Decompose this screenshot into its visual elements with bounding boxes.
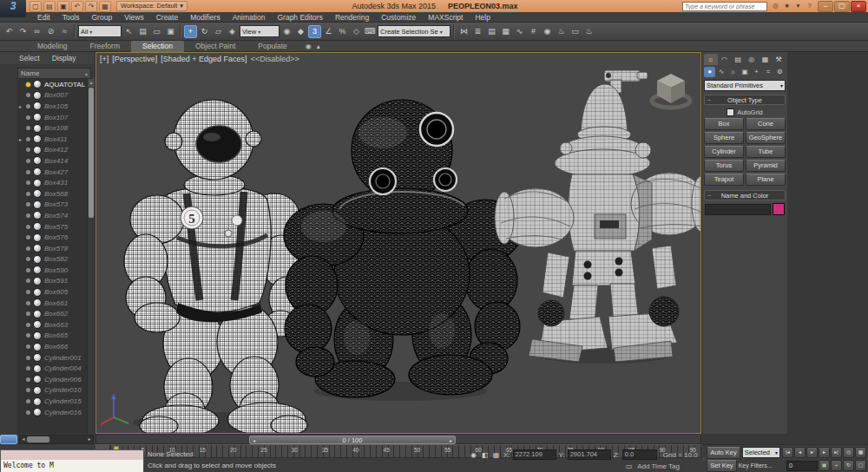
visibility-bulb-icon[interactable] [26, 192, 30, 196]
ribbon-config-icon[interactable]: ◉ [306, 43, 312, 50]
explorer-vertical-scrollbar[interactable]: ▴ [87, 79, 95, 434]
object-name-field[interactable] [705, 204, 771, 215]
selection-lock-toggle-icon[interactable]: ◧ [480, 450, 490, 460]
subtab-helpers-icon[interactable]: + [751, 67, 762, 77]
ribbon-tab[interactable]: Modeling [26, 41, 79, 52]
scroll-left-icon[interactable]: ◂ [20, 436, 27, 443]
object-color-swatch[interactable] [773, 203, 785, 215]
undo-icon[interactable]: ↶ [3, 25, 16, 38]
play-button[interactable]: ▸ [806, 447, 818, 458]
save-file-icon[interactable]: ▣ [57, 1, 69, 12]
list-item[interactable]: ▸ Box582 [17, 254, 87, 266]
visibility-bulb-icon[interactable] [26, 356, 30, 360]
list-item[interactable]: ▸ AQUATOTAL [17, 79, 87, 90]
menu-item[interactable]: Customize [375, 12, 422, 23]
menu-item[interactable]: Create [150, 12, 185, 23]
visibility-bulb-icon[interactable] [26, 115, 30, 120]
menu-item[interactable]: Rendering [329, 12, 375, 23]
visibility-bulb-icon[interactable] [26, 235, 30, 239]
tab-motion-icon[interactable]: ◎ [745, 54, 759, 65]
select-and-scale-icon[interactable]: ▱ [212, 25, 225, 38]
primitive-button[interactable]: Cone [746, 118, 786, 130]
menu-item[interactable]: Views [118, 12, 150, 23]
select-and-rotate-icon[interactable]: ↻ [198, 25, 211, 38]
list-item[interactable]: ▸ Cylinder006 [17, 374, 87, 385]
model-robot[interactable] [495, 70, 701, 364]
percent-snap-toggle-icon[interactable]: % [336, 25, 349, 38]
zoom-icon[interactable]: ◎ [843, 447, 854, 458]
previous-key-icon[interactable]: ◂ [253, 437, 255, 443]
list-item[interactable]: ▸ Cylinder010 [17, 385, 87, 397]
list-item[interactable]: ▸ Box007 [17, 90, 87, 102]
subtab-shapes-icon[interactable]: ∿ [715, 67, 727, 77]
new-scene-icon[interactable]: ▢ [30, 1, 42, 12]
keyboard-shortcut-override-icon[interactable]: ⌨ [364, 25, 377, 38]
model-diver[interactable] [284, 100, 522, 401]
list-item[interactable]: ▸ Box605 [17, 286, 87, 298]
autogrid-checkbox[interactable] [727, 108, 734, 116]
view-cube[interactable] [652, 74, 690, 108]
redo-icon[interactable]: ↷ [16, 25, 30, 38]
list-item[interactable]: ▸ Cylinder016 [17, 407, 87, 418]
ribbon-toggle-icon[interactable]: ▦ [499, 25, 512, 38]
explorer-horizontal-scrollbar[interactable]: ◂ ▸ [19, 435, 94, 444]
expand-arrow-icon[interactable]: ▸ [19, 103, 23, 109]
visibility-bulb-icon[interactable] [26, 137, 30, 141]
primitive-button[interactable]: Box [704, 118, 744, 130]
listener-macro-row[interactable] [1, 450, 143, 460]
select-and-place-icon[interactable]: ◈ [226, 25, 239, 38]
sign-in-icon[interactable]: ▾ [793, 2, 803, 10]
primitive-button[interactable]: Sphere [704, 132, 744, 144]
list-item[interactable]: ▸ Box431 [17, 177, 87, 188]
listener-output-row[interactable]: Welcome to M [1, 460, 143, 472]
list-item[interactable]: ▸ Box578 [17, 243, 87, 254]
list-item[interactable]: ▸ Box412 [17, 145, 87, 156]
render-setup-icon[interactable]: ♨ [555, 25, 568, 38]
subtab-systems-icon[interactable]: ⚙ [774, 67, 786, 77]
previous-frame-button[interactable]: ◂ [794, 447, 806, 458]
bind-to-space-warp-icon[interactable]: ≈ [58, 25, 71, 38]
key-selection-dropdown[interactable]: Selected ▾ [742, 447, 780, 458]
x-coordinate-field[interactable]: 2272.109 [513, 449, 556, 460]
visibility-bulb-icon[interactable] [26, 170, 30, 174]
auto-key-button[interactable]: Auto Key [707, 447, 740, 459]
visibility-bulb-icon[interactable] [26, 333, 30, 338]
list-item[interactable]: ▸ Box665 [17, 331, 87, 342]
pan-icon[interactable]: + [831, 460, 842, 471]
primitive-button[interactable]: GeoSphere [746, 132, 786, 144]
ribbon-tab[interactable]: Freeform [79, 41, 131, 52]
visibility-bulb-icon[interactable] [26, 225, 30, 229]
visibility-bulb-icon[interactable] [26, 213, 30, 218]
go-to-end-button[interactable]: ▸| [831, 447, 842, 458]
visibility-bulb-icon[interactable] [26, 399, 30, 403]
application-menu-button[interactable]: 3 [0, 0, 26, 17]
undo-icon[interactable]: ↶ [71, 1, 83, 12]
visibility-bulb-icon[interactable] [26, 246, 30, 251]
expand-arrow-icon[interactable]: ▸ [19, 136, 23, 142]
help-icon[interactable]: ? [805, 2, 814, 10]
list-item[interactable]: ▸ Box105 [17, 101, 87, 112]
list-item[interactable]: ▸ Box107 [17, 112, 87, 123]
communication-center-icon[interactable]: ◎ [771, 2, 780, 10]
list-item[interactable]: ▸ Box411 [17, 134, 87, 145]
list-item[interactable]: ▸ Box591 [17, 276, 87, 287]
scroll-up-icon[interactable]: ▴ [88, 79, 95, 87]
subtab-geometry-icon[interactable]: ● [704, 67, 715, 77]
primitive-category-dropdown[interactable]: Standard Primitives ▾ [704, 80, 786, 91]
list-item[interactable]: ▸ Box662 [17, 308, 87, 319]
menu-item[interactable]: Group [86, 12, 119, 23]
minimize-button[interactable]: – [818, 1, 833, 12]
scroll-right-icon[interactable]: ▸ [86, 436, 93, 443]
visibility-bulb-icon[interactable] [26, 93, 30, 97]
close-button[interactable]: × [851, 1, 866, 12]
maxscript-mini-listener[interactable]: Welcome to M [0, 449, 144, 472]
list-item[interactable]: ▸ Box661 [17, 298, 87, 309]
spinner-snap-toggle-icon[interactable]: ◇ [350, 25, 363, 38]
rectangular-selection-region-icon[interactable]: ▭ [150, 25, 163, 38]
ribbon-tab[interactable]: Selection [131, 41, 184, 52]
viewport-pov-menu[interactable]: [Perspective] [112, 55, 157, 63]
use-pivot-point-center-icon[interactable]: ◉ [280, 25, 293, 38]
list-item[interactable]: ▸ Box427 [17, 167, 87, 178]
object-type-rollout[interactable]: − Object Type [704, 95, 786, 105]
visibility-bulb-icon[interactable] [26, 257, 30, 261]
